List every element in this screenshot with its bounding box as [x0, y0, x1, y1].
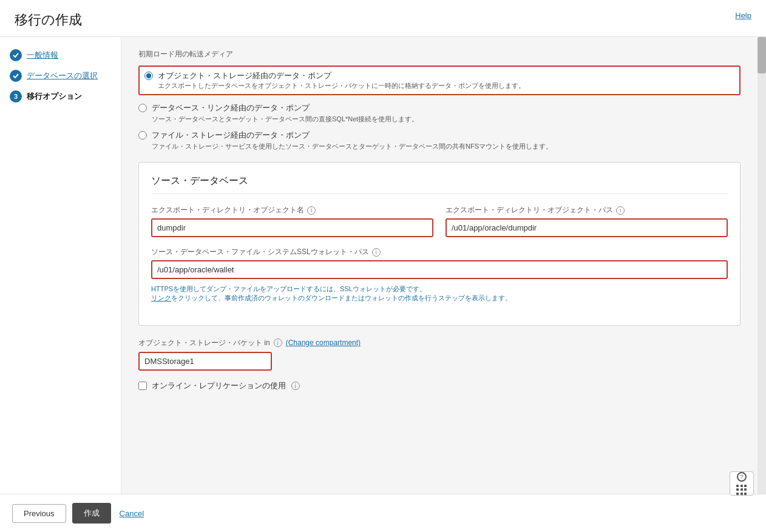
step-check-icon-2	[10, 70, 22, 82]
export-dir-name-info-icon[interactable]: i	[307, 206, 316, 215]
cancel-button[interactable]: Cancel	[117, 505, 146, 522]
export-dir-name-field: エクスポート・ディレクトリ・オブジェクト名 i	[151, 205, 433, 237]
wallet-path-input[interactable]	[151, 260, 728, 279]
radio-file-storage[interactable]	[138, 131, 147, 140]
bucket-info-icon[interactable]: i	[274, 338, 282, 347]
source-database-card: ソース・データベース エクスポート・ディレクトリ・オブジェクト名 i エクスポー…	[138, 162, 741, 326]
radio-option-object-storage: オブジェクト・ストレージ経由のデータ・ポンプ エクスポートしたデータベースをオブ…	[138, 66, 741, 96]
wallet-path-info-icon[interactable]: i	[372, 248, 381, 257]
radio-label-db-link[interactable]: データベース・リンク経由のデータ・ポンプ	[152, 103, 310, 113]
radio-group-transfer-media: オブジェクト・ストレージ経由のデータ・ポンプ エクスポートしたデータベースをオブ…	[138, 66, 741, 151]
step-label-database-select[interactable]: データベースの選択	[27, 70, 98, 81]
radio-desc-db-link: ソース・データベースとターゲット・データベース間の直接SQL*Net接続を使用し…	[152, 115, 741, 124]
radio-desc-object-storage: エクスポートしたデータベースをオブジェクト・ストレージ・バケットに一時的に格納す…	[158, 81, 734, 90]
bucket-label: オブジェクト・ストレージ・バケット in	[138, 338, 270, 348]
export-dir-name-input[interactable]	[151, 218, 433, 237]
export-dir-path-input[interactable]	[446, 218, 728, 237]
online-replication-checkbox[interactable]	[138, 382, 147, 390]
online-replication-checkbox-row: オンライン・レプリケーションの使用 i	[138, 380, 741, 391]
export-dir-row: エクスポート・ディレクトリ・オブジェクト名 i エクスポート・ディレクトリ・オブ…	[151, 205, 728, 237]
radio-label-object-storage[interactable]: オブジェクト・ストレージ経由のデータ・ポンプ	[158, 70, 331, 81]
steps-sidebar: 一般情報 データベースの選択 3 移行オプション	[0, 37, 121, 494]
page-title: 移行の作成	[15, 11, 82, 29]
export-dir-path-field: エクスポート・ディレクトリ・オブジェクト・パス i	[446, 205, 728, 237]
step-label-general-info[interactable]: 一般情報	[27, 50, 58, 61]
submit-button[interactable]: 作成	[72, 503, 111, 524]
previous-button[interactable]: Previous	[12, 504, 66, 523]
radio-option-db-link: データベース・リンク経由のデータ・ポンプ ソース・データベースとターゲット・デー…	[138, 103, 741, 124]
radio-label-file-storage[interactable]: ファイル・ストレージ経由のデータ・ポンプ	[152, 130, 310, 141]
step-item-general-info: 一般情報	[10, 49, 111, 61]
export-dir-path-label: エクスポート・ディレクトリ・オブジェクト・パス i	[446, 205, 728, 215]
step-label-migration-options: 移行オプション	[27, 91, 82, 102]
transfer-media-label: 初期ロード用の転送メディア	[138, 49, 741, 59]
radio-option-file-storage: ファイル・ストレージ経由のデータ・ポンプ ファイル・ストレージ・サービスを使用し…	[138, 130, 741, 151]
step-check-icon	[10, 49, 22, 61]
scrollbar-thumb[interactable]	[758, 37, 766, 73]
help-widget-grid-icon	[736, 485, 747, 496]
footer: Previous 作成 Cancel	[0, 494, 766, 532]
export-dir-path-info-icon[interactable]: i	[616, 206, 625, 215]
wallet-hint: HTTPSを使用してダンプ・ファイルをアップロードするには、SSLウォレットが必…	[151, 285, 728, 303]
step-number-3: 3	[10, 90, 22, 103]
wallet-path-label: ソース・データベース・ファイル・システムSSLウォレット・パス i	[151, 247, 728, 257]
content-area: 初期ロード用の転送メディア オブジェクト・ストレージ経由のデータ・ポンプ エクス…	[121, 37, 758, 494]
change-compartment-link[interactable]: (Change compartment)	[286, 338, 361, 347]
radio-desc-file-storage: ファイル・ストレージ・サービスを使用したソース・データベースとターゲット・データ…	[152, 142, 741, 151]
online-replication-label[interactable]: オンライン・レプリケーションの使用 i	[152, 380, 300, 391]
online-rep-info-icon[interactable]: i	[291, 382, 300, 390]
wallet-path-field: ソース・データベース・ファイル・システムSSLウォレット・パス i HTTPSを…	[151, 247, 728, 303]
bucket-input[interactable]	[138, 352, 272, 371]
help-link[interactable]: Help	[735, 11, 751, 20]
export-dir-name-label: エクスポート・ディレクトリ・オブジェクト名 i	[151, 205, 433, 215]
help-widget[interactable]: ?	[730, 471, 754, 496]
radio-object-storage[interactable]	[144, 72, 153, 80]
radio-db-link[interactable]	[138, 104, 147, 112]
scrollbar-track[interactable]	[758, 37, 766, 494]
help-widget-circle-icon: ?	[737, 472, 747, 482]
wallet-hint-link[interactable]: リンク	[151, 294, 171, 301]
card-title: ソース・データベース	[151, 175, 728, 194]
bucket-label-row: オブジェクト・ストレージ・バケット in i (Change compartme…	[138, 338, 741, 348]
step-item-database-select: データベースの選択	[10, 70, 111, 82]
bucket-section: オブジェクト・ストレージ・バケット in i (Change compartme…	[138, 338, 741, 371]
step-item-migration-options: 3 移行オプション	[10, 90, 111, 103]
